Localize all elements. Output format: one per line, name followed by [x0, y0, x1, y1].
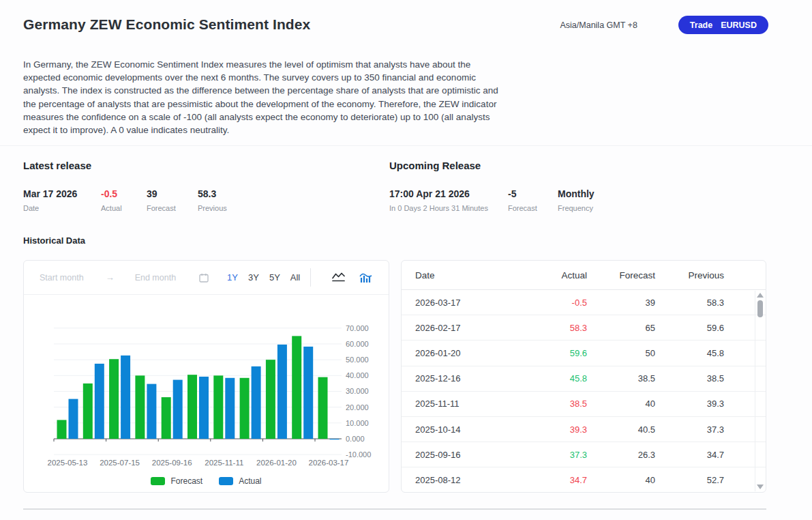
range-button-all[interactable]: All: [290, 272, 300, 283]
legend-item-forecast[interactable]: Forecast: [151, 476, 202, 486]
range-button-1y[interactable]: 1Y: [227, 272, 238, 283]
column-header-actual: Actual: [519, 270, 587, 280]
table-row[interactable]: 2026-02-1758.36559.6: [402, 315, 766, 341]
stat-value: Monthly: [558, 188, 619, 199]
calendar-icon[interactable]: [199, 273, 209, 283]
start-month-input[interactable]: Start month: [40, 273, 84, 283]
trade-button[interactable]: Trade EURUSD: [678, 16, 768, 34]
bar-forecast-2026-01-20[interactable]: [266, 360, 275, 439]
bar-actual-2025-05-13[interactable]: [69, 399, 78, 439]
bar-actual-2025-12-16[interactable]: [252, 366, 261, 439]
stat-value: -0.5: [101, 188, 147, 199]
cell-previous: 45.8: [655, 348, 724, 358]
bar-actual-2026-02-17[interactable]: [303, 347, 313, 439]
table-row[interactable]: 2025-12-1645.838.538.5: [402, 366, 766, 392]
cell-forecast: 26.3: [587, 450, 655, 460]
legend-label: Actual: [239, 476, 261, 486]
table-header-row: DateActualForecastPrevious: [402, 261, 766, 290]
bar-actual-2025-11-11[interactable]: [225, 378, 235, 439]
y-tick-label: 30.000: [346, 387, 369, 395]
historical-bar-chart[interactable]: 70.00060.00050.00040.00030.00020.00010.0…: [24, 295, 389, 472]
stat-value: -5: [508, 188, 558, 199]
column-header-previous: Previous: [655, 270, 724, 280]
bar-actual-2025-06-17[interactable]: [95, 364, 104, 439]
scrollbar-thumb[interactable]: [757, 300, 763, 317]
stat-label: Date: [23, 204, 101, 212]
cell-previous: 59.6: [655, 323, 724, 333]
range-buttons: 1Y3Y5YAll: [227, 272, 300, 283]
bar-forecast-2025-07-15[interactable]: [109, 359, 119, 439]
upcoming-release-heading: Upcoming Release: [389, 160, 619, 171]
bar-forecast-2025-05-13[interactable]: [57, 420, 67, 439]
trade-button-label: Trade: [690, 20, 712, 30]
bar-forecast-2025-09-16[interactable]: [162, 397, 171, 439]
bar-forecast-2025-06-17[interactable]: [83, 384, 93, 439]
table-row[interactable]: 2025-08-1234.74052.7: [402, 467, 766, 493]
chart-legend: ForecastActual: [24, 476, 389, 486]
bar-actual-2025-07-15[interactable]: [121, 356, 130, 439]
cell-previous: 38.5: [655, 373, 724, 384]
table-row[interactable]: 2025-09-1637.326.334.7: [402, 442, 766, 467]
cell-forecast: 39: [587, 298, 655, 308]
legend-item-actual[interactable]: Actual: [219, 476, 261, 486]
bar-forecast-2025-08-12[interactable]: [135, 375, 145, 439]
table-row[interactable]: 2026-01-2059.65045.8: [402, 341, 766, 366]
column-header-forecast: Forecast: [587, 270, 655, 280]
bar-actual-2025-08-12[interactable]: [147, 384, 156, 439]
header-right: Asia/Manila GMT +8 Trade EURUSD: [560, 16, 768, 34]
cell-previous: 34.7: [655, 450, 724, 460]
cell-date: 2025-11-11: [415, 399, 519, 409]
bar-actual-2026-01-20[interactable]: [277, 345, 287, 439]
cell-previous: 37.3: [655, 424, 724, 435]
cell-actual: -0.5: [519, 298, 587, 308]
cell-actual: 34.7: [519, 475, 587, 485]
bar-forecast-2025-10-14[interactable]: [187, 375, 197, 439]
bar-actual-2026-03-17[interactable]: [330, 439, 340, 439]
stat-value: Mar 17 2026: [23, 188, 101, 199]
cell-date: 2025-08-12: [415, 475, 519, 485]
bar-actual-2025-10-14[interactable]: [199, 377, 209, 439]
y-tick-label: 40.000: [346, 371, 369, 379]
end-month-input[interactable]: End month: [135, 273, 176, 283]
cell-previous: 52.7: [655, 475, 724, 485]
line-chart-icon[interactable]: [331, 272, 346, 283]
table-row[interactable]: 2025-10-1439.340.537.3: [402, 417, 766, 442]
month-range-picker[interactable]: Start month → End month: [40, 272, 209, 283]
bar-forecast-2025-11-11[interactable]: [213, 375, 223, 439]
table-row[interactable]: 2026-03-17-0.53958.3: [402, 290, 766, 315]
cell-actual: 45.8: [519, 373, 587, 384]
cell-forecast: 40.5: [587, 424, 655, 435]
x-tick-label: 2025-05-13: [48, 459, 88, 467]
bottom-divider: [23, 508, 766, 510]
cell-previous: 58.3: [655, 298, 724, 308]
latest-release-heading: Latest release: [23, 160, 389, 171]
y-tick-label: 70.000: [346, 324, 369, 332]
stat-label: Frequency: [558, 204, 619, 212]
y-tick-label: 50.000: [346, 356, 369, 364]
cell-forecast: 50: [587, 348, 655, 358]
stat-forecast: -5Forecast: [508, 188, 558, 212]
bar-forecast-2025-12-16[interactable]: [240, 378, 250, 439]
table-scrollbar[interactable]: [755, 291, 765, 491]
y-tick-label: 10.000: [346, 419, 369, 427]
cell-forecast: 40: [587, 399, 655, 409]
stat-label: In 0 Days 2 Hours 31 Minutes: [389, 204, 508, 212]
range-button-3y[interactable]: 3Y: [248, 272, 259, 283]
range-button-5y[interactable]: 5Y: [269, 272, 280, 283]
cell-date: 2026-03-17: [415, 298, 519, 308]
scroll-down-icon[interactable]: [757, 485, 764, 489]
y-tick-label: 0.000: [346, 435, 365, 443]
legend-swatch: [219, 477, 233, 485]
bar-chart-icon[interactable]: [359, 272, 373, 283]
bar-actual-2025-09-16[interactable]: [173, 380, 183, 439]
x-tick-label: 2025-11-11: [205, 459, 243, 467]
table-row[interactable]: 2025-11-1138.54039.3: [402, 392, 766, 417]
stat-frequency: MonthlyFrequency: [558, 188, 619, 212]
bar-forecast-2026-03-17[interactable]: [318, 377, 328, 439]
bar-forecast-2026-02-17[interactable]: [292, 336, 301, 439]
cell-actual: 39.3: [519, 424, 587, 435]
column-header-date: Date: [415, 270, 519, 280]
scroll-up-icon[interactable]: [757, 293, 764, 298]
x-tick-label: 2026-03-17: [309, 459, 349, 467]
historical-data-heading: Historical Data: [23, 235, 85, 246]
